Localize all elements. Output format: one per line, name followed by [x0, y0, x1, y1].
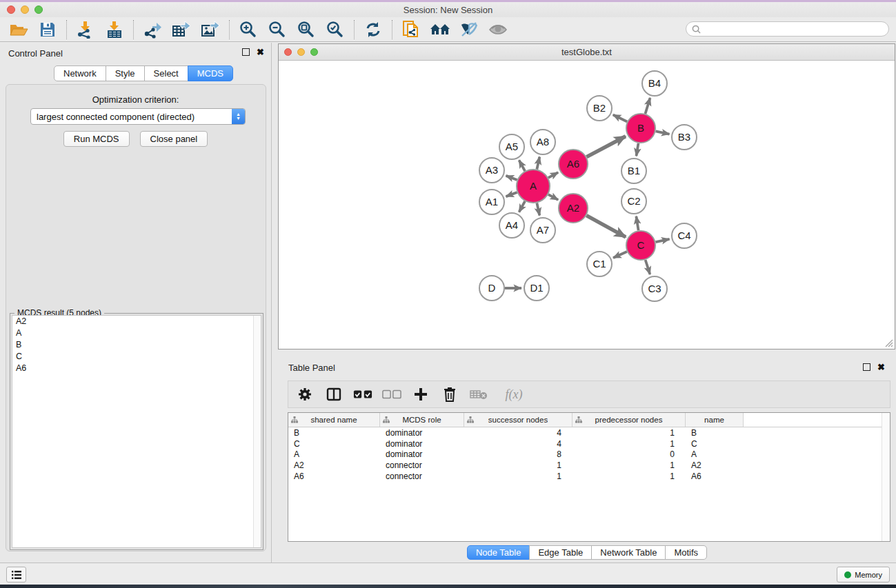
- mcds-result-item[interactable]: A: [12, 327, 261, 339]
- zoom-selected-icon[interactable]: [321, 19, 350, 41]
- run-mcds-button[interactable]: Run MCDS: [63, 131, 130, 147]
- graph-node-C2[interactable]: C2: [621, 189, 646, 214]
- column-header-name[interactable]: name: [686, 413, 744, 427]
- graph-node-B4[interactable]: B4: [642, 71, 667, 96]
- zoom-fit-icon[interactable]: [292, 19, 321, 41]
- graph-edge-A-A3[interactable]: [506, 176, 517, 180]
- mcds-result-item[interactable]: A2: [12, 316, 261, 327]
- table-cell[interactable]: C: [686, 439, 744, 449]
- graph-node-A1[interactable]: A1: [479, 190, 504, 214]
- mcds-result-list[interactable]: A2ABCA6: [12, 315, 261, 548]
- show-column-icon[interactable]: [324, 385, 344, 404]
- graph-node-A3[interactable]: A3: [479, 158, 504, 183]
- criterion-dropdown[interactable]: largest connected component (directed) ▲…: [30, 108, 246, 125]
- graph-node-C3[interactable]: C3: [642, 276, 667, 301]
- delete-column-icon[interactable]: [440, 385, 459, 404]
- graph-node-A2[interactable]: A2: [559, 194, 588, 223]
- open-session-icon[interactable]: [4, 19, 33, 41]
- delete-table-icon[interactable]: [469, 385, 488, 404]
- close-panel-icon[interactable]: ✖: [257, 48, 264, 56]
- table-cell[interactable]: 1: [464, 460, 573, 470]
- table-cell[interactable]: 1: [464, 472, 573, 481]
- graph-edge-A-A2[interactable]: [548, 194, 558, 200]
- table-options-gear-icon[interactable]: [295, 385, 315, 404]
- mcds-result-item[interactable]: B: [12, 339, 261, 351]
- graph-node-B[interactable]: B: [626, 114, 655, 143]
- float-panel-icon[interactable]: [242, 48, 250, 56]
- save-session-icon[interactable]: [33, 19, 62, 41]
- graph-node-A8[interactable]: A8: [530, 130, 555, 154]
- toggle-birds-eye-icon[interactable]: [484, 19, 512, 41]
- graph-node-B1[interactable]: B1: [621, 159, 646, 183]
- graph-node-B2[interactable]: B2: [587, 96, 612, 121]
- graph-edge-B-B3[interactable]: [656, 131, 670, 134]
- graph-edge-B-B4[interactable]: [645, 98, 650, 114]
- export-table-icon[interactable]: [167, 19, 196, 41]
- tab-network[interactable]: Network: [54, 65, 106, 81]
- graph-node-A7[interactable]: A7: [530, 218, 555, 243]
- table-row[interactable]: A6connector11A6: [288, 471, 890, 482]
- graph-node-D1[interactable]: D1: [524, 276, 549, 301]
- table-cell[interactable]: 1: [573, 460, 686, 470]
- import-table-icon[interactable]: [100, 19, 129, 41]
- graph-edge-A-A5[interactable]: [519, 160, 526, 171]
- table-cell[interactable]: C: [288, 439, 380, 449]
- tab-style[interactable]: Style: [106, 65, 145, 81]
- mcds-result-item[interactable]: A6: [12, 363, 261, 374]
- table-cell[interactable]: dominator: [380, 428, 464, 438]
- graph-edge-C-C2[interactable]: [636, 216, 638, 231]
- table-cell[interactable]: A2: [288, 460, 380, 470]
- table-row[interactable]: A2connector11A2: [288, 460, 890, 471]
- table-scrollbar[interactable]: [882, 413, 890, 541]
- close-table-panel-icon[interactable]: ✖: [877, 363, 885, 371]
- table-cell[interactable]: 8: [464, 449, 573, 459]
- graph-edge-C-C1[interactable]: [613, 252, 627, 258]
- graph-node-A[interactable]: A: [517, 170, 550, 203]
- table-row[interactable]: Cdominator41C: [288, 438, 890, 449]
- table-cell[interactable]: 1: [573, 439, 686, 449]
- graph-node-A4[interactable]: A4: [499, 213, 524, 238]
- table-cell[interactable]: A: [686, 449, 744, 459]
- table-cell[interactable]: 0: [573, 449, 686, 459]
- network-graph[interactable]: AA6A2BCA5A8A3A1A4A7B2B4B3B1C2C1C4C3DD1: [279, 61, 894, 348]
- table-row[interactable]: Adominator80A: [288, 449, 890, 460]
- graph-edge-B-B2[interactable]: [613, 115, 627, 122]
- table-cell[interactable]: A6: [686, 472, 744, 481]
- export-network-icon[interactable]: [138, 19, 167, 41]
- mcds-result-item[interactable]: C: [12, 351, 261, 363]
- table-cell[interactable]: 4: [464, 439, 573, 449]
- tab-edge-table[interactable]: Edge Table: [529, 545, 592, 560]
- graph-edge-A-A7[interactable]: [537, 203, 539, 215]
- network-canvas[interactable]: AA6A2BCA5A8A3A1A4A7B2B4B3B1C2C1C4C3DD1: [279, 61, 894, 348]
- table-cell[interactable]: connector: [380, 472, 464, 481]
- table-cell[interactable]: A2: [686, 460, 744, 470]
- search-input[interactable]: [704, 24, 883, 34]
- network-window-titlebar[interactable]: testGlobe.txt: [279, 44, 895, 61]
- column-header-shared-name[interactable]: shared name: [288, 413, 380, 427]
- tab-select[interactable]: Select: [144, 65, 188, 81]
- table-cell[interactable]: connector: [380, 460, 464, 470]
- tab-network-table[interactable]: Network Table: [591, 545, 666, 560]
- graph-node-C[interactable]: C: [626, 231, 655, 260]
- import-network-icon[interactable]: [71, 19, 100, 41]
- graph-edge-A6-B[interactable]: [586, 136, 625, 157]
- add-column-icon[interactable]: [411, 385, 430, 404]
- graph-node-D[interactable]: D: [479, 276, 504, 301]
- column-header-MCDS-role[interactable]: MCDS role: [380, 413, 464, 427]
- float-table-panel-icon[interactable]: [863, 363, 870, 371]
- zoom-out-icon[interactable]: [263, 19, 292, 41]
- graph-edge-A-A6[interactable]: [548, 172, 558, 178]
- table-cell[interactable]: dominator: [380, 449, 464, 459]
- graph-edge-A-A8[interactable]: [537, 156, 539, 169]
- table-cell[interactable]: A: [288, 449, 380, 459]
- show-panels-button[interactable]: [6, 567, 26, 582]
- column-header-predecessor-nodes[interactable]: predecessor nodes: [573, 413, 686, 427]
- graph-edge-C-C4[interactable]: [655, 239, 669, 242]
- deselect-all-checkboxes-icon[interactable]: [382, 385, 401, 404]
- search-field[interactable]: [686, 21, 889, 37]
- memory-button[interactable]: Memory: [837, 567, 890, 582]
- table-cell[interactable]: B: [686, 428, 744, 438]
- select-all-checkboxes-icon[interactable]: [353, 385, 372, 404]
- graph-node-C4[interactable]: C4: [672, 223, 697, 248]
- export-image-icon[interactable]: [196, 19, 225, 41]
